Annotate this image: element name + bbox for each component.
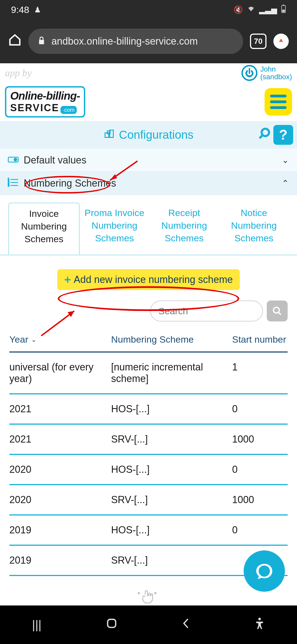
search-icon[interactable]	[258, 127, 271, 143]
user-name: John	[260, 65, 292, 73]
table-header: Year ⌄ Numbering Scheme Start number	[9, 330, 288, 353]
accessibility-button[interactable]	[254, 617, 265, 632]
browser-menu-button[interactable]	[273, 34, 289, 49]
header-start[interactable]: Start number	[232, 334, 288, 345]
url-bar[interactable]: andbox.online-billing-service.com	[28, 29, 243, 54]
svg-rect-1	[283, 5, 284, 6]
logo-row: Online-billing- SERVICE ·com	[0, 83, 297, 121]
chevron-down-icon: ⌄	[282, 155, 289, 165]
numbering-schemes-icon: 123	[8, 178, 19, 189]
svg-point-10	[14, 158, 17, 161]
svg-rect-3	[39, 40, 44, 44]
table-row[interactable]: 2019 HOS-[...] 0	[9, 515, 288, 546]
back-button[interactable]	[182, 617, 190, 632]
svg-rect-20	[108, 619, 116, 627]
configurations-bar: Configurations ?	[0, 121, 297, 149]
home-icon[interactable]	[8, 33, 21, 49]
wifi-icon	[247, 5, 255, 14]
android-nav-bar: |||	[0, 605, 297, 644]
tab-receipt-numbering[interactable]: Receipt Numbering Schemes	[149, 203, 219, 255]
header-year[interactable]: Year ⌄	[9, 334, 111, 345]
search-button[interactable]	[267, 301, 288, 321]
search-input[interactable]	[150, 301, 263, 321]
url-text: andbox.online-billing-service.com	[51, 36, 198, 47]
recents-button[interactable]: |||	[32, 618, 41, 632]
svg-text:3: 3	[8, 184, 9, 187]
config-icon	[104, 128, 115, 142]
svg-point-21	[258, 618, 261, 620]
sort-icon: ⌄	[31, 336, 37, 343]
table-row[interactable]: universal (for every year) [numeric incr…	[9, 353, 288, 394]
svg-text:1: 1	[8, 178, 9, 181]
section-numbering-schemes[interactable]: 123 Numbering Schemes ⌃	[0, 172, 297, 195]
battery-icon	[281, 5, 286, 15]
app-tagline: app by	[5, 67, 32, 79]
help-button[interactable]: ?	[273, 125, 293, 145]
app-header: app by ⏻ John (sandbox)	[0, 63, 297, 83]
section-label: Numbering Schemes	[24, 178, 116, 189]
page-title: Configurations	[119, 128, 194, 141]
svg-line-8	[260, 135, 263, 138]
android-status-bar: 9:48 ♟ 🔇 ▂▃▅	[0, 0, 297, 19]
tab-notice-numbering[interactable]: Notice Numbering Schemes	[219, 203, 289, 255]
logo[interactable]: Online-billing- SERVICE ·com	[5, 86, 85, 118]
svg-point-19	[259, 566, 270, 577]
add-button-label: Add new invoice numbering scheme	[74, 274, 233, 285]
tabs: Invoice Numbering Schemes Proma Invoice …	[0, 195, 297, 255]
table-row[interactable]: 2020 HOS-[...] 0	[9, 455, 288, 485]
svg-text:2: 2	[8, 181, 9, 184]
svg-rect-2	[282, 10, 285, 12]
user-info[interactable]: ⏻ John (sandbox)	[241, 65, 292, 81]
home-button[interactable]	[106, 617, 118, 632]
chat-fab[interactable]	[244, 550, 285, 592]
svg-line-18	[279, 312, 281, 315]
signal-icon: ▂▃▅	[259, 5, 277, 14]
table-row[interactable]: 2021 SRV-[...] 1000	[9, 425, 288, 455]
chevron-up-icon: ⌃	[282, 178, 289, 188]
add-numbering-scheme-button[interactable]: + Add new invoice numbering scheme	[57, 269, 240, 290]
header-scheme[interactable]: Numbering Scheme	[111, 334, 232, 345]
plus-icon: +	[64, 273, 71, 286]
svg-point-17	[274, 307, 279, 313]
svg-point-7	[262, 129, 269, 136]
tab-proma-invoice-numbering[interactable]: Proma Invoice Numbering Schemes	[80, 203, 150, 255]
power-icon[interactable]: ⏻	[241, 65, 257, 81]
user-mode: (sandbox)	[260, 73, 292, 81]
section-default-values[interactable]: Default values ⌄	[0, 149, 297, 172]
menu-button[interactable]	[265, 88, 292, 116]
mute-icon: 🔇	[233, 5, 243, 14]
table-row[interactable]: 2020 SRV-[...] 1000	[9, 485, 288, 515]
table-row[interactable]: 2021 HOS-[...] 0	[9, 394, 288, 425]
browser-toolbar: andbox.online-billing-service.com 70	[0, 19, 297, 63]
lock-icon	[38, 36, 45, 47]
status-time: 9:48	[11, 4, 29, 15]
numbering-schemes-table: Year ⌄ Numbering Scheme Start number uni…	[0, 330, 297, 576]
tab-invoice-numbering[interactable]: Invoice Numbering Schemes	[8, 203, 80, 255]
status-notification-icon: ♟	[34, 5, 41, 14]
tabs-count-badge[interactable]: 70	[250, 34, 266, 49]
section-label: Default values	[24, 154, 86, 166]
default-values-icon	[8, 155, 19, 165]
